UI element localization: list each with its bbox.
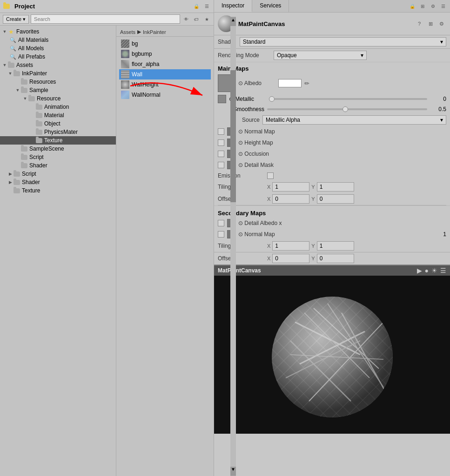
shader-dropdown[interactable]: Standard ▾ <box>240 37 446 46</box>
metallic-thumb[interactable] <box>269 96 275 102</box>
inspector-menu-icon[interactable]: ☰ <box>439 2 447 10</box>
sphere-icon[interactable]: ● <box>425 267 429 274</box>
eyedropper-icon[interactable]: ✏ <box>304 80 309 87</box>
object-item[interactable]: Object <box>0 119 116 128</box>
texture-toplevel[interactable]: Texture <box>0 186 116 195</box>
tag-icon[interactable]: 🏷 <box>192 15 201 23</box>
emission-checkbox[interactable] <box>267 172 274 179</box>
help-icon[interactable]: ? <box>415 19 424 28</box>
secondary-tiling-row: Tiling X Y <box>214 240 450 252</box>
detail-albedo-checkbox[interactable] <box>218 220 224 226</box>
resources-item[interactable]: Resources <box>0 78 116 86</box>
scroll-thumb[interactable] <box>230 70 236 202</box>
script-sub-folder-icon <box>20 154 28 160</box>
rendering-mode-dropdown[interactable]: Opaque ▾ <box>274 51 367 60</box>
asset-item-bg[interactable]: bg <box>119 39 211 49</box>
asset-item-floor-alpha[interactable]: floor_alpha <box>119 59 211 69</box>
sun-icon[interactable]: ☀ <box>431 267 437 274</box>
resources-label: Resources <box>29 79 56 85</box>
play-icon[interactable]: ▶ <box>417 267 422 274</box>
inspector-settings-icon[interactable]: ⚙ <box>429 2 437 10</box>
all-models-item[interactable]: 🔍 All Models <box>0 44 116 53</box>
tiling-x-label: X <box>267 184 270 190</box>
scroll-down-btn[interactable]: ▼ <box>230 467 236 476</box>
secondary-tiling-xy: X Y <box>267 241 354 251</box>
inkpainter-item[interactable]: ▼ InkPainter <box>0 69 116 78</box>
all-prefabs-item[interactable]: 🔍 All Prefabs <box>0 53 116 61</box>
albedo-row: ⊙ Albedo ✏ <box>214 73 450 93</box>
offset-y-input[interactable] <box>317 194 354 204</box>
asset-item-bgbump[interactable]: bgbump <box>119 49 211 59</box>
menu-icon[interactable]: ☰ <box>202 2 211 11</box>
smoothness-slider[interactable] <box>267 108 427 110</box>
albedo-color-swatch[interactable] <box>278 79 302 87</box>
project-panel: Project 🔒 ☰ Create ▾ 👁 🏷 ★ ▼ ★ <box>0 0 214 476</box>
assets-group[interactable]: ▼ Assets <box>0 61 116 69</box>
metallic-texture-thumb[interactable] <box>218 95 226 103</box>
tiling-x-input[interactable] <box>272 182 309 192</box>
offset-y-label: Y <box>311 196 315 202</box>
physicsmater-item[interactable]: PhysicsMater <box>0 128 116 136</box>
height-map-checkbox[interactable] <box>218 139 224 146</box>
sec-tiling-x-label: X <box>267 243 270 249</box>
sec-tiling-x-input[interactable] <box>272 241 309 251</box>
offset-x-input[interactable] <box>272 194 309 204</box>
asset-thumb-wallheight <box>121 80 129 89</box>
source-dropdown[interactable]: Metallic Alpha ▾ <box>262 115 446 125</box>
resource-item[interactable]: ▼ Resource <box>0 94 116 103</box>
sec-tiling-y-input[interactable] <box>317 241 354 251</box>
scroll-up-btn[interactable]: ▲ <box>230 17 236 26</box>
normal-map-checkbox[interactable] <box>218 128 224 135</box>
sample-folder-icon <box>20 87 28 93</box>
star-btn-icon[interactable]: ★ <box>202 15 211 23</box>
gear-icon[interactable]: ⚙ <box>437 19 446 28</box>
secondary-normal-checkbox[interactable] <box>218 231 224 238</box>
script-subitem[interactable]: Script <box>0 153 116 161</box>
material-item[interactable]: Material <box>0 111 116 119</box>
asset-item-wallnormal[interactable]: WallNormal <box>119 90 211 100</box>
sec-offset-x-input[interactable] <box>272 254 309 263</box>
occlusion-label: ⊙ Occlusion <box>238 151 269 157</box>
preview-menu-icon[interactable]: ☰ <box>440 267 446 274</box>
animation-item[interactable]: Animation <box>0 103 116 111</box>
inspector-lock-icon[interactable]: 🔒 <box>408 2 416 10</box>
detail-mask-checkbox[interactable] <box>218 162 224 168</box>
texture-top-label: Texture <box>22 187 40 194</box>
script-toplevel[interactable]: ▶ Script <box>0 170 116 178</box>
lock-icon[interactable]: 🔒 <box>192 2 201 11</box>
search-input[interactable] <box>31 14 180 24</box>
shader-subitem[interactable]: Shader <box>0 161 116 170</box>
main-maps-title: Main Maps <box>214 62 450 73</box>
scrollbar[interactable]: ▲ ▼ <box>230 17 236 476</box>
samplescene-item[interactable]: SampleScene <box>0 145 116 153</box>
eyeball-icon[interactable]: 👁 <box>182 15 190 23</box>
favorites-group[interactable]: ▼ ★ Favorites <box>0 27 116 36</box>
metallic-slider[interactable] <box>269 98 427 100</box>
object-folder-icon <box>35 120 43 127</box>
asset-item-wallheight[interactable]: WallHeight <box>119 79 211 90</box>
shader-toplevel[interactable]: ▶ Shader <box>0 178 116 186</box>
project-toolbar: Create ▾ 👁 🏷 ★ <box>0 13 214 26</box>
sec-offset-y-label: Y <box>311 256 315 261</box>
asset-name-wall: Wall <box>132 71 142 78</box>
sample-item[interactable]: ▼ Sample <box>0 86 116 94</box>
tab-inspector[interactable]: Inspector <box>214 0 252 12</box>
component-menu-icon[interactable]: ⊞ <box>426 19 435 28</box>
inspector-layout-icon[interactable]: ⊞ <box>418 2 427 10</box>
breadcrumb-assets[interactable]: Assets <box>120 29 135 35</box>
create-button[interactable]: Create ▾ <box>3 15 29 24</box>
tiling-y-input[interactable] <box>317 182 354 192</box>
occlusion-checkbox[interactable] <box>218 151 224 157</box>
scroll-track[interactable] <box>230 26 236 467</box>
smoothness-row: Smoothness 0.5 <box>214 105 450 114</box>
texture-item[interactable]: Texture <box>0 136 116 145</box>
breadcrumb-inkpainter[interactable]: InkPainter <box>143 29 166 35</box>
tiling-label: Tiling <box>218 184 264 190</box>
sec-offset-y-input[interactable] <box>317 254 354 263</box>
asset-item-wall[interactable]: Wall <box>119 69 211 79</box>
secondary-offset-row: Offset X Y <box>214 252 450 264</box>
all-materials-item[interactable]: 🔍 All Materials <box>0 36 116 44</box>
smoothness-thumb[interactable] <box>343 106 348 112</box>
shader-sub-folder-icon <box>20 162 28 169</box>
tab-services[interactable]: Services <box>252 0 289 12</box>
